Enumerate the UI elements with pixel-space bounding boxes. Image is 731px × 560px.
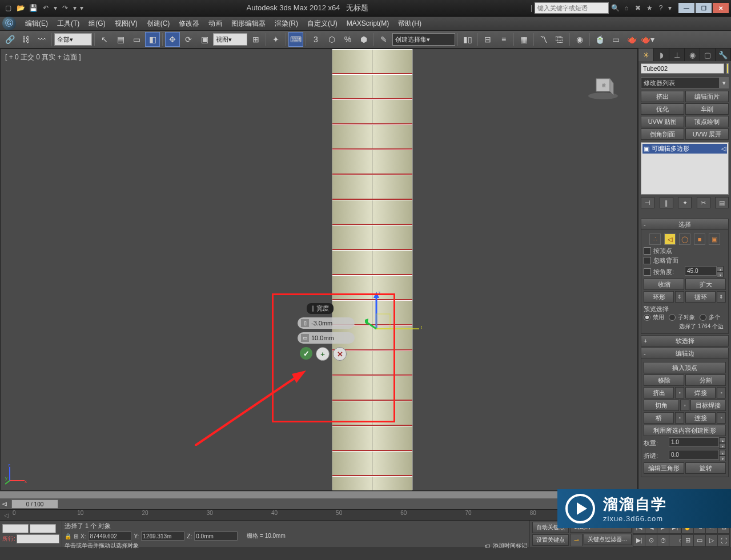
- radio-preview-multi[interactable]: [700, 314, 706, 321]
- caddy-apply-button[interactable]: +: [316, 347, 330, 361]
- btn-lathe[interactable]: 车削: [685, 103, 729, 115]
- play-icon[interactable]: ▶: [657, 521, 669, 534]
- btn-vertex-paint[interactable]: 顶点绘制: [685, 116, 729, 127]
- caddy-ok-button[interactable]: ✓: [300, 347, 312, 360]
- timeslider[interactable]: ⊲ 0 / 100 ⊳: [0, 499, 731, 509]
- render-prod-icon[interactable]: 🫖: [624, 32, 639, 47]
- minimize-button[interactable]: —: [678, 3, 694, 13]
- redo-dd-icon[interactable]: ▾: [72, 2, 78, 14]
- radio-preview-off[interactable]: [644, 314, 650, 321]
- coord-x-input[interactable]: 87449.602: [88, 531, 131, 541]
- timeslider-handle[interactable]: 0 / 100: [11, 499, 58, 509]
- btn-extrude[interactable]: 挤出: [641, 91, 684, 102]
- btn-create-shape[interactable]: 利用所选内容创建图形: [644, 425, 726, 436]
- show-result-icon[interactable]: ‖: [660, 197, 673, 208]
- viewport[interactable]: [ + 0 正交 0 真实 + 边面 ] 前 z x ‖ 宽度: [0, 49, 638, 490]
- redo-icon[interactable]: ↷: [59, 2, 71, 14]
- align-icon[interactable]: ⊟: [480, 32, 495, 47]
- pivot-center-icon[interactable]: ⊞: [248, 32, 263, 47]
- configure-sets-icon[interactable]: ▤: [715, 197, 729, 208]
- percent-snap-icon[interactable]: %: [340, 32, 355, 47]
- menu-grapheditors[interactable]: 图形编辑器: [227, 17, 270, 30]
- radio-preview-subobj[interactable]: [669, 314, 676, 321]
- mirror-icon[interactable]: ▮▯: [460, 32, 475, 47]
- trackbar[interactable]: ◁ 0 10 20 30 40 50 60 70 80 90 10: [0, 509, 731, 520]
- ref-coord-combo[interactable]: 视图 ▾: [213, 33, 247, 46]
- btn-ring[interactable]: 环形: [644, 291, 674, 303]
- autokey-button[interactable]: 自动关键点: [532, 522, 569, 533]
- btn-uvwmap[interactable]: UVW 贴图: [641, 116, 684, 127]
- chk-ignore-backfacing[interactable]: 忽略背面: [644, 256, 726, 265]
- help-dd-icon[interactable]: ▾: [667, 3, 673, 13]
- menu-modifiers[interactable]: 修改器: [174, 17, 204, 30]
- btn-split[interactable]: 分割: [685, 374, 726, 386]
- menu-edit[interactable]: 编辑(E): [21, 17, 53, 30]
- bind-spacewarp-icon[interactable]: 〰: [34, 32, 49, 47]
- chk-by-angle[interactable]: 按角度:: [644, 268, 682, 276]
- trackbar-toggle-icon[interactable]: ◁: [0, 512, 13, 518]
- zoom-icon[interactable]: 🔍: [705, 521, 718, 534]
- undo-icon[interactable]: ↶: [40, 2, 51, 14]
- spinner-snap-icon[interactable]: ⬢: [356, 32, 371, 47]
- zoom-region-icon[interactable]: ▭: [693, 534, 706, 547]
- key-icon[interactable]: ⊸: [570, 534, 583, 546]
- fov-icon[interactable]: ▷: [705, 534, 718, 547]
- time-config-icon[interactable]: ⏱: [657, 534, 669, 547]
- weight-spinner[interactable]: 1.0▴▾: [669, 437, 726, 449]
- new-icon[interactable]: ▢: [2, 2, 14, 14]
- prev-frame-icon[interactable]: ◀: [645, 521, 657, 534]
- btn-bevel-profile[interactable]: 倒角剖面: [641, 128, 684, 140]
- zoom-all-icon[interactable]: ⊡: [717, 521, 730, 534]
- btn-grow[interactable]: 扩大: [685, 279, 726, 290]
- btn-connect[interactable]: 连接: [685, 412, 716, 424]
- loop-spinner[interactable]: ⇕: [717, 291, 726, 303]
- maximize-vp-icon[interactable]: ⛶: [717, 534, 730, 547]
- remove-mod-icon[interactable]: ✂: [697, 197, 710, 208]
- schematic-view-icon[interactable]: ⿻: [552, 32, 567, 47]
- btn-loop[interactable]: 循环: [685, 291, 716, 303]
- coord-z-input[interactable]: 0.0mm: [194, 531, 238, 541]
- keymode-icon[interactable]: ⊙: [645, 534, 657, 547]
- so-border-icon[interactable]: ◯: [679, 233, 690, 245]
- maximize-button[interactable]: ❐: [696, 3, 712, 13]
- btn-edit-patch[interactable]: 编辑面片: [685, 91, 729, 102]
- menu-maxscript[interactable]: MAXScript(M): [342, 17, 394, 30]
- save-icon[interactable]: 💾: [27, 2, 39, 14]
- chk-by-vertex[interactable]: 按顶点: [644, 247, 726, 255]
- add-timetag[interactable]: 添加时间标记: [493, 542, 527, 550]
- pin-stack-icon[interactable]: ⊣: [641, 197, 654, 208]
- btn-shrink[interactable]: 收缩: [644, 279, 684, 290]
- named-selection-combo[interactable]: 创建选择集 ▾: [392, 33, 455, 46]
- btn-chamfer[interactable]: 切角: [644, 400, 679, 411]
- tab-display-icon[interactable]: ▢: [700, 49, 716, 61]
- render-frame-icon[interactable]: ▭: [608, 32, 623, 47]
- layers-icon[interactable]: ≡: [496, 32, 511, 47]
- rollout-soft-selection[interactable]: +软选择: [641, 335, 729, 347]
- snap-toggle-icon[interactable]: 3: [308, 32, 323, 47]
- viewport-label[interactable]: [ + 0 正交 0 真实 + 边面 ]: [5, 53, 81, 62]
- menu-customize[interactable]: 自定义(U): [303, 17, 342, 30]
- btn-edit-tri[interactable]: 编辑三角形: [644, 462, 684, 474]
- subscription-icon[interactable]: ⌂: [621, 3, 632, 13]
- so-edge-icon[interactable]: ◁: [664, 233, 676, 245]
- undo-dd-icon[interactable]: ▾: [53, 2, 58, 14]
- goto-end-icon[interactable]: ▶|: [633, 534, 645, 547]
- viewcube-icon[interactable]: 前: [586, 72, 620, 100]
- menu-help[interactable]: 帮助(H): [393, 17, 426, 30]
- btn-weld[interactable]: 焊接: [685, 387, 716, 398]
- select-object-icon[interactable]: ↖: [97, 32, 112, 47]
- open-icon[interactable]: 📂: [15, 2, 26, 14]
- graphite-tools-icon[interactable]: ▦: [516, 32, 531, 47]
- scale-icon[interactable]: ▣: [197, 32, 212, 47]
- btn-extrude-edge[interactable]: 挤出: [644, 387, 674, 398]
- object-color-swatch[interactable]: [726, 63, 729, 74]
- tab-utilities-icon[interactable]: 🔧: [716, 49, 731, 61]
- connect-settings-icon[interactable]: ▫: [717, 412, 726, 424]
- btn-remove[interactable]: 移除: [644, 374, 684, 386]
- window-crossing-icon[interactable]: ◧: [145, 32, 160, 47]
- render-iter-icon[interactable]: 🫖▾: [640, 32, 655, 47]
- close-button[interactable]: ✕: [713, 3, 729, 13]
- modifier-list-combo[interactable]: 修改器列表▾: [641, 77, 729, 88]
- caddy-cancel-button[interactable]: ✕: [333, 347, 347, 361]
- rotate-icon[interactable]: ⟳: [181, 32, 196, 47]
